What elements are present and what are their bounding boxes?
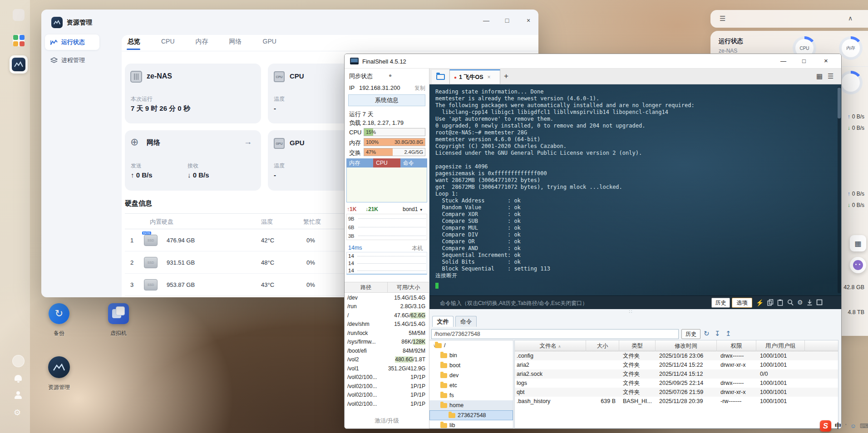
resource-tab[interactable]: GPU [263, 38, 276, 46]
sogou-logo-icon[interactable]: S [820, 420, 831, 432]
copy-icon[interactable] [767, 299, 774, 307]
notification-bell-icon[interactable] [15, 375, 22, 383]
col-filename[interactable]: 文件名 ∧ [515, 340, 586, 351]
search-icon[interactable] [787, 299, 794, 307]
mount-row[interactable]: /dev 15.4G/15.4G [345, 293, 429, 302]
mount-row[interactable]: /vol02/100... 1P/1P [345, 399, 429, 408]
col-perm[interactable]: 权限 [717, 340, 756, 351]
panel-menu-icon[interactable]: ☰ [720, 15, 725, 23]
mount-row[interactable]: /boot/efi 84M/92M [345, 346, 429, 355]
copy-ip-button[interactable]: 复制 [414, 84, 425, 92]
maximize-button[interactable]: □ [500, 17, 514, 24]
mount-row[interactable]: /vol02/100... 1P/1P [345, 373, 429, 382]
file-row[interactable]: .bash_history 639 B BASH_HI... 2025/11/2… [515, 397, 838, 406]
tree-expand-icon[interactable]: ∨ [429, 403, 440, 408]
dock-item-circle[interactable] [12, 355, 25, 367]
col-owner[interactable]: 用户/用户组 [756, 340, 805, 351]
panel-collapse-icon[interactable]: ∧ [848, 15, 853, 22]
minimize-button[interactable]: — [780, 58, 786, 64]
refresh-icon[interactable]: ↻ [704, 330, 710, 338]
sidebar-item-running-status[interactable]: 运行状态 [45, 34, 99, 50]
file-row[interactable]: logs 文件夹 2025/09/25 22:14 drwx------ 100… [515, 379, 838, 388]
file-row[interactable]: aria2 文件夹 2025/11/24 15:22 drwxr-xr-x 10… [515, 360, 838, 369]
tree-item[interactable]: ∨ home [429, 400, 513, 410]
col-mtime[interactable]: 修改时间 [656, 340, 717, 351]
col-size[interactable]: 大小 [586, 340, 619, 351]
options-button[interactable]: 选项 [732, 298, 752, 308]
maximize-button[interactable]: □ [802, 58, 806, 64]
desktop-icon-backup[interactable]: ↻ [49, 303, 69, 324]
new-tab-button[interactable]: + [504, 72, 508, 81]
scrollbar-thumb[interactable] [838, 88, 841, 118]
chart-tab[interactable]: 命令 [400, 158, 427, 167]
quick-command-bolt-icon[interactable]: ⚡ [756, 299, 764, 306]
command-bar[interactable]: 命令输入（双击Ctrl切换,Alt历史,Tab路径/命令,Esc关闭窗口） 历史… [429, 295, 841, 309]
terminal-tab-active[interactable]: ● 1 飞牛OS × [449, 69, 500, 84]
desktop-icon-resource-manager[interactable] [48, 356, 70, 378]
chart-tab[interactable]: 内存 [346, 158, 373, 167]
ime-punctuation-icon[interactable]: ' [845, 423, 846, 429]
file-row[interactable]: qbt 文件夹 2025/07/26 21:59 drwxr-xr-x 1000… [515, 388, 838, 397]
panel-resize-handle[interactable]: ⸬ [629, 309, 632, 314]
interface-selector[interactable]: bond1 ▼ [403, 206, 423, 212]
mount-row[interactable]: / 47.6G/62.6G [345, 311, 429, 320]
activate-upgrade-link[interactable]: 激活/升级 [345, 417, 429, 425]
mount-row[interactable]: /vol1 351.2G/412.9G [345, 364, 429, 373]
paste-icon[interactable] [777, 299, 783, 307]
file-panel-tab-files[interactable]: 文件 [432, 316, 454, 327]
path-input[interactable]: /home/273627548 [431, 329, 679, 339]
terminal-output[interactable]: Reading state information... Donememtest… [429, 84, 841, 295]
float-button-widgets[interactable]: ▦ [850, 235, 866, 251]
mount-row[interactable]: /vol02/100... 1P/1P [345, 382, 429, 391]
settings-gear-icon[interactable]: ⚙ [14, 408, 21, 418]
tab-close-icon[interactable]: × [488, 74, 491, 80]
file-row[interactable]: .config 文件夹 2025/10/16 23:06 drwx------ … [515, 351, 838, 360]
ime-emoji-icon[interactable]: ☺ [850, 423, 856, 429]
tabbar-menu-button[interactable]: ☰ [828, 72, 833, 80]
history-button[interactable]: 历史 [711, 298, 730, 308]
dock-item-resource-manager-active[interactable] [10, 55, 28, 74]
mount-row[interactable]: /sys/firmw... 86K/128K [345, 338, 429, 347]
tree-item[interactable]: etc [429, 380, 513, 390]
col-mount-size[interactable]: 可用/大小 [388, 282, 429, 292]
file-panel-tab-commands[interactable]: 命令 [455, 316, 477, 327]
file-row[interactable]: aria2.sock 文件夹 2025/11/24 15:12 0/0 [515, 369, 838, 379]
col-type[interactable]: 类型 [619, 340, 656, 351]
tree-item[interactable]: dev [429, 370, 513, 380]
tree-item[interactable]: › 273627548 [429, 410, 513, 420]
tree-item[interactable]: bin [429, 350, 513, 360]
upload-file-icon[interactable]: ↥ [725, 330, 731, 338]
resource-tab[interactable]: 内存 [196, 38, 208, 46]
layout-grid-button[interactable]: ▦ [816, 72, 823, 80]
ime-keyboard-icon[interactable]: ⌨ [860, 423, 868, 429]
tree-expand-icon[interactable]: ∨ [429, 343, 435, 348]
dock-item-window[interactable] [13, 9, 25, 21]
resource-tab[interactable]: CPU [161, 38, 175, 46]
settings-gear-icon[interactable]: ⚙ [797, 299, 803, 306]
system-info-button[interactable]: 系统信息 [348, 94, 425, 106]
resource-tab[interactable]: 总览 [128, 38, 140, 46]
terminal-scrollbar[interactable] [838, 87, 841, 293]
connection-manager-button[interactable] [432, 70, 449, 84]
dock-item-app-launcher[interactable] [13, 34, 25, 46]
desktop-icon-vm[interactable] [108, 303, 129, 324]
tree-item[interactable]: fs [429, 390, 513, 400]
tree-item[interactable]: ∨ / [429, 340, 513, 350]
mount-row[interactable]: /dev/shm 15.4G/15.4G [345, 320, 429, 329]
network-detail-arrow[interactable]: → [244, 137, 252, 147]
mount-row[interactable]: /run 2.8G/3.1G [345, 302, 429, 311]
tree-item[interactable]: boot [429, 360, 513, 370]
tree-expand-icon[interactable]: › [429, 413, 449, 418]
window-mode-icon[interactable] [816, 299, 823, 307]
close-button[interactable]: × [522, 17, 535, 24]
download-file-icon[interactable]: ↧ [715, 330, 720, 338]
float-button-assistant[interactable] [850, 257, 866, 273]
col-mount-path[interactable]: 路径 [345, 282, 388, 292]
tree-item[interactable]: lib [429, 420, 513, 428]
mount-row[interactable]: /vol2 480.6G/1.8T [345, 355, 429, 364]
mount-row[interactable]: /run/lock 5M/5M [345, 329, 429, 338]
file-history-button[interactable]: 历史 [681, 329, 700, 339]
sidebar-item-process-manager[interactable]: 进程管理 [45, 54, 99, 67]
ime-mode-indicator[interactable]: 中 [835, 422, 842, 430]
chart-tab[interactable]: CPU [373, 158, 400, 167]
